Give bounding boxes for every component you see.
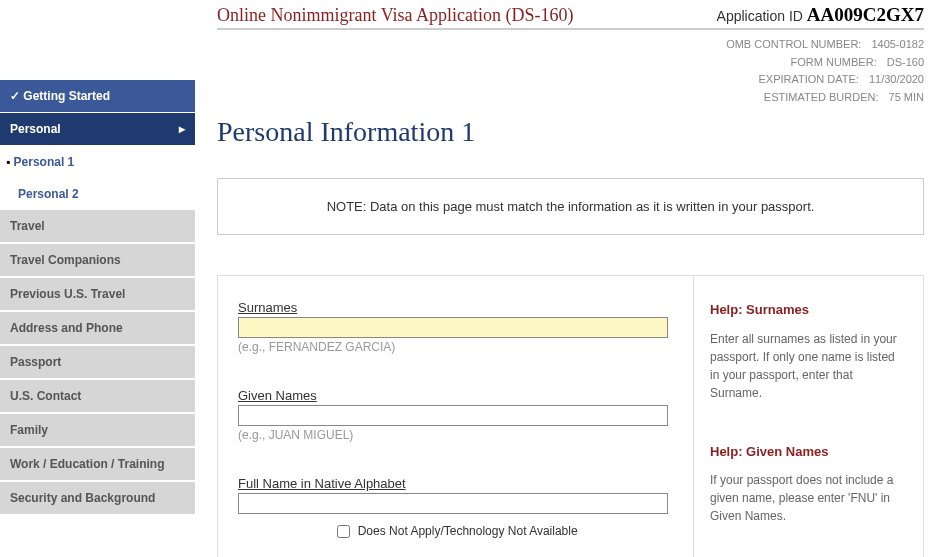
nav-travel[interactable]: Travel — [0, 210, 195, 244]
help-given-names-title: Help: Given Names — [710, 442, 907, 462]
expiration-value: 11/30/2020 — [869, 73, 924, 85]
help-surnames-title: Help: Surnames — [710, 300, 907, 320]
field-surnames: Surnames (e.g., FERNANDEZ GARCIA) — [238, 300, 673, 354]
native-name-label: Full Name in Native Alphabet — [238, 476, 673, 491]
help-surnames: Help: Surnames Enter all surnames as lis… — [710, 300, 907, 402]
passport-note: NOTE: Data on this page must match the i… — [217, 178, 924, 235]
na-checkbox[interactable] — [337, 525, 350, 538]
given-names-label: Given Names — [238, 388, 673, 403]
na-checkbox-label: Does Not Apply/Technology Not Available — [358, 524, 578, 538]
form-meta: OMB CONTROL NUMBER:1405-0182 FORM NUMBER… — [217, 36, 924, 106]
nav-passport[interactable]: Passport — [0, 346, 195, 380]
omb-value: 1405-0182 — [871, 38, 924, 50]
field-native-name: Full Name in Native Alphabet — [238, 476, 673, 514]
native-name-input[interactable] — [238, 493, 668, 514]
surnames-hint: (e.g., FERNANDEZ GARCIA) — [238, 340, 673, 354]
sidebar: Getting Started Personal Personal 1 Pers… — [0, 0, 195, 557]
burden-label: ESTIMATED BURDEN: — [764, 91, 879, 103]
field-given-names: Given Names (e.g., JUAN MIGUEL) — [238, 388, 673, 442]
omb-label: OMB CONTROL NUMBER: — [726, 38, 861, 50]
nav-work-education[interactable]: Work / Education / Training — [0, 448, 195, 482]
nav-personal-2[interactable]: Personal 2 — [0, 178, 195, 210]
surnames-input[interactable] — [238, 317, 668, 338]
nav-personal[interactable]: Personal — [0, 113, 195, 146]
application-id-label: Application ID — [717, 8, 807, 24]
given-names-hint: (e.g., JUAN MIGUEL) — [238, 428, 673, 442]
na-checkbox-row: Does Not Apply/Technology Not Available — [238, 522, 673, 541]
page-title: Personal Information 1 — [217, 116, 924, 148]
surnames-label: Surnames — [238, 300, 673, 315]
nav-previous-us-travel[interactable]: Previous U.S. Travel — [0, 278, 195, 312]
nav-security-background[interactable]: Security and Background — [0, 482, 195, 516]
form-number-label: FORM NUMBER: — [791, 56, 877, 68]
application-id-value: AA009C2GX7 — [807, 4, 924, 25]
form-number-value: DS-160 — [887, 56, 924, 68]
burden-value: 75 MIN — [889, 91, 924, 103]
help-given-names-body: If your passport does not include a give… — [710, 471, 907, 525]
given-names-input[interactable] — [238, 405, 668, 426]
help-surnames-body: Enter all surnames as listed in your pas… — [710, 330, 907, 402]
main-content: Online Nonimmigrant Visa Application (DS… — [195, 0, 934, 557]
help-given-names: Help: Given Names If your passport does … — [710, 442, 907, 526]
form-fields: Surnames (e.g., FERNANDEZ GARCIA) Given … — [218, 276, 693, 557]
app-title: Online Nonimmigrant Visa Application (DS… — [217, 5, 574, 26]
nav-us-contact[interactable]: U.S. Contact — [0, 380, 195, 414]
nav-getting-started[interactable]: Getting Started — [0, 80, 195, 113]
expiration-label: EXPIRATION DATE: — [758, 73, 858, 85]
help-panel: Help: Surnames Enter all surnames as lis… — [693, 276, 923, 557]
application-id: Application ID AA009C2GX7 — [717, 4, 924, 26]
nav-personal-1[interactable]: Personal 1 — [0, 146, 195, 178]
nav-address-phone[interactable]: Address and Phone — [0, 312, 195, 346]
nav-travel-companions[interactable]: Travel Companions — [0, 244, 195, 278]
nav-family[interactable]: Family — [0, 414, 195, 448]
